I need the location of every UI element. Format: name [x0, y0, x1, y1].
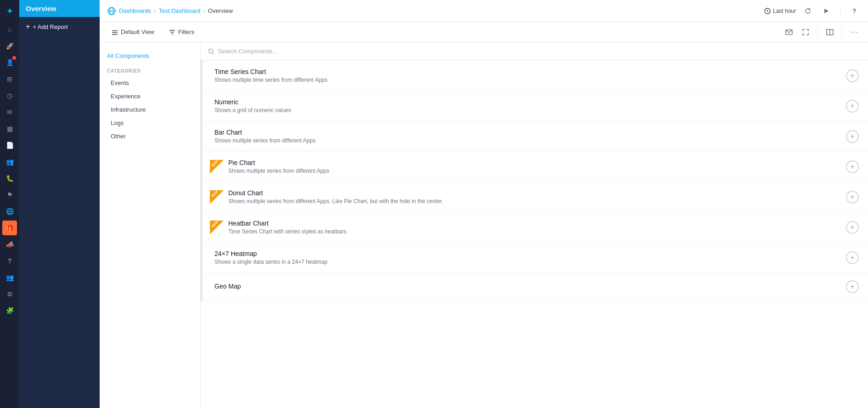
component-name: Bar Chart	[214, 129, 846, 136]
content-area: All Components CATEGORIES Events Experie…	[100, 42, 868, 408]
category-logs[interactable]: Logs	[100, 116, 200, 130]
barchart-icon[interactable]: ▦	[2, 121, 17, 136]
component-info: Time Series Chart Shows multiple time se…	[210, 68, 846, 83]
play-button[interactable]	[820, 5, 833, 17]
add-component-button[interactable]: +	[846, 160, 859, 173]
user-badge-icon[interactable]: 👤	[2, 55, 17, 70]
category-other[interactable]: Other	[100, 130, 200, 143]
time-label: Last hour	[773, 8, 796, 14]
notification-badge	[12, 56, 16, 60]
help-button[interactable]: ?	[848, 5, 861, 17]
divider3	[842, 27, 842, 38]
add-component-button[interactable]: +	[846, 100, 859, 113]
components-panel: Time Series Chart Shows multiple time se…	[201, 42, 868, 408]
refresh-button[interactable]	[801, 5, 814, 17]
all-components-link[interactable]: All Components	[100, 50, 200, 62]
add-component-button[interactable]: +	[846, 251, 859, 264]
component-name: Heatbar Chart	[228, 220, 846, 227]
filter-icon	[169, 29, 175, 35]
settings-icon[interactable]: ⚙	[2, 287, 17, 301]
component-desc: Shows multiple series from different App…	[228, 198, 846, 204]
question-icon[interactable]: ?	[2, 254, 17, 268]
topbar: Dashboards › Test Dashboard › Overview L…	[100, 0, 868, 22]
category-infrastructure[interactable]: Infrastructure	[100, 103, 200, 116]
add-component-button[interactable]: +	[846, 130, 859, 143]
category-events[interactable]: Events	[100, 76, 200, 90]
search-icon	[208, 48, 214, 55]
add-report-button[interactable]: + + Add Report	[19, 17, 100, 36]
breadcrumb-test-dashboard[interactable]: Test Dashboard	[158, 7, 200, 14]
component-name: Time Series Chart	[214, 68, 846, 75]
team-icon[interactable]: 👥	[2, 270, 17, 285]
left-bar	[201, 61, 203, 91]
globe-icon[interactable]: 🌐	[2, 204, 17, 219]
search-input[interactable]	[218, 48, 861, 55]
component-name: Donut Chart	[228, 189, 846, 197]
expand-icon[interactable]	[799, 26, 812, 39]
divider2	[817, 27, 818, 38]
component-desc: Time Series Chart with series styled as …	[228, 228, 846, 235]
components-list: Time Series Chart Shows multiple time se…	[201, 61, 868, 408]
left-bar	[201, 182, 203, 212]
document-icon[interactable]: 📄	[2, 138, 17, 153]
breadcrumb-sep2: ›	[203, 7, 205, 14]
component-desc: Shows a single data series in a 24×7 hea…	[214, 259, 846, 265]
breadcrumb-current: Overview	[208, 7, 233, 14]
globe-breadcrumb-icon	[107, 6, 116, 16]
flag-icon[interactable]: ⚑	[2, 187, 17, 202]
category-experience[interactable]: Experience	[100, 90, 200, 103]
categories-panel: All Components CATEGORIES Events Experie…	[100, 42, 201, 408]
svg-point-14	[209, 49, 213, 53]
split-view-icon[interactable]	[823, 26, 836, 39]
search-bar	[201, 42, 868, 61]
left-bar	[201, 152, 203, 181]
home-icon[interactable]: ⌂	[2, 22, 17, 37]
component-item: Time Series Chart Shows multiple time se…	[201, 61, 868, 91]
component-desc: Shows multiple series from different App…	[214, 137, 846, 144]
sidebar-active-item[interactable]: Overview	[19, 0, 100, 17]
sidebar: Overview + + Add Report	[19, 0, 100, 408]
component-name: 24×7 Heatmap	[214, 250, 846, 257]
component-item: NEW Pie Chart Shows multiple series from…	[201, 152, 868, 182]
more-options-icon[interactable]: ···	[848, 26, 861, 39]
left-bar	[201, 121, 203, 151]
mail-icon[interactable]	[783, 26, 795, 39]
add-component-button[interactable]: +	[846, 280, 859, 293]
breadcrumb-sep1: ›	[154, 7, 156, 14]
clock-icon	[764, 8, 771, 14]
plus-icon: +	[26, 23, 30, 31]
component-item: 24×7 Heatmap Shows a single data series …	[201, 243, 868, 273]
people-icon[interactable]: 👥	[2, 154, 17, 169]
component-item: Numeric Shows a grid of numeric values +	[201, 91, 868, 121]
svg-marker-4	[824, 9, 829, 13]
filters-label: Filters	[178, 28, 194, 35]
filters-button[interactable]: Filters	[164, 26, 199, 38]
component-info: Geo Map	[210, 283, 846, 291]
logo-icon[interactable]: ✦	[2, 4, 17, 18]
left-bar	[201, 273, 203, 300]
breadcrumb-dashboards[interactable]: Dashboards	[119, 7, 151, 14]
clock-icon[interactable]: ◷	[2, 88, 17, 103]
topbar-right: Last hour ?	[764, 5, 861, 17]
component-info: 24×7 Heatmap Shows a single data series …	[210, 250, 846, 265]
add-component-button[interactable]: +	[846, 221, 859, 234]
bug-icon[interactable]: 🐛	[2, 171, 17, 186]
time-range[interactable]: Last hour	[764, 8, 796, 14]
component-info: Pie Chart Shows multiple series from dif…	[224, 159, 846, 174]
component-name: Geo Map	[214, 283, 846, 290]
component-info: Bar Chart Shows multiple series from dif…	[210, 129, 846, 144]
left-bar	[201, 91, 203, 121]
grid-icon[interactable]: ⊞	[2, 72, 17, 86]
envelope-icon[interactable]: ✉	[2, 105, 17, 119]
megaphone-icon[interactable]: 📣	[2, 237, 17, 252]
component-desc: Shows multiple series from different App…	[228, 168, 846, 174]
default-view-button[interactable]: Default View	[107, 26, 159, 38]
component-info: Heatbar Chart Time Series Chart with ser…	[224, 220, 846, 235]
add-component-button[interactable]: +	[846, 191, 859, 204]
rocket-icon[interactable]: 🚀	[2, 39, 17, 53]
add-component-button[interactable]: +	[846, 69, 859, 82]
list-icon	[112, 29, 118, 35]
toolbar-right: ···	[783, 26, 861, 39]
puzzle-icon[interactable]: 🧩	[2, 303, 17, 318]
gift-icon[interactable]: 🎁	[2, 221, 17, 235]
